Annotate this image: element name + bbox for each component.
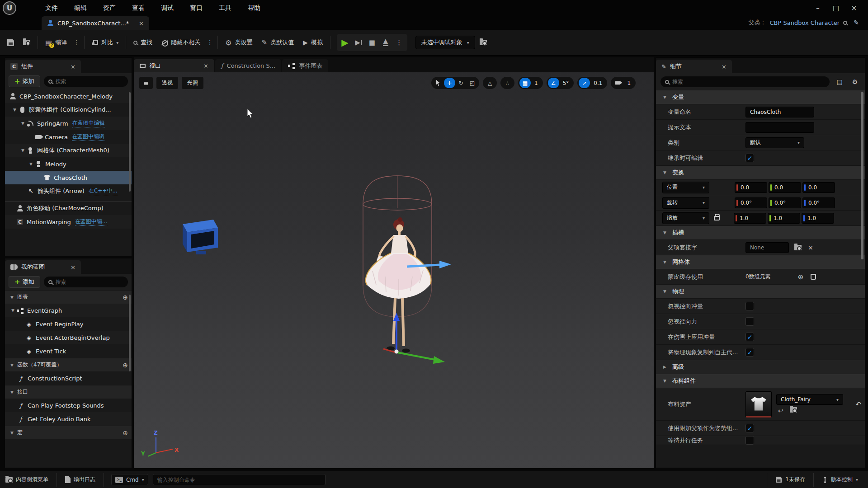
macros-section-header[interactable]: ▼ 宏 ⊕	[5, 426, 132, 439]
class-settings-button[interactable]: ⚙ 类设置	[221, 34, 257, 51]
components-search-input[interactable]	[56, 78, 123, 84]
menu-window[interactable]: 窗口	[183, 2, 210, 14]
details-search[interactable]	[660, 76, 830, 87]
debug-object-dropdown[interactable]: 未选中调试对象 ▾	[415, 36, 475, 49]
scale-y-field[interactable]: 1.0	[768, 213, 800, 224]
location-y-field[interactable]: 0.0	[769, 182, 801, 193]
instance-editable-checkbox[interactable]: ✓	[745, 154, 754, 162]
mesh-section-header[interactable]: ▼ 网格体	[656, 255, 865, 269]
stop-button[interactable]: ■	[366, 36, 378, 49]
components-search[interactable]	[44, 76, 128, 87]
menu-debug[interactable]: 调试	[154, 2, 181, 14]
checkbox[interactable]: ✓	[745, 317, 754, 326]
my-blueprint-scrollbar[interactable]	[129, 295, 131, 371]
rotation-z-field[interactable]: 0.0°	[802, 197, 835, 208]
event-tick-item[interactable]: ◈ Event Tick	[5, 344, 132, 358]
component-row-camera[interactable]: Camera 在蓝图中编辑	[5, 130, 132, 144]
cloth-asset-dropdown[interactable]: Cloth_Fairy ▾	[776, 394, 843, 405]
rotation-dropdown[interactable]: 旋转 ▾	[662, 197, 709, 209]
frame-skip-button[interactable]: ▶	[352, 36, 365, 49]
menu-help[interactable]: 帮助	[241, 2, 268, 14]
character-mesh[interactable]	[366, 217, 431, 353]
component-row-chaoscloth[interactable]: ChaosCloth	[5, 171, 132, 184]
location-dropdown[interactable]: 位置 ▾	[662, 182, 709, 193]
menu-asset[interactable]: 资产	[96, 2, 123, 14]
reset-to-default-icon[interactable]: ↶	[855, 400, 861, 408]
edit-parent-icon[interactable]: ✎	[851, 17, 862, 28]
play-options-icon[interactable]: ⋮	[393, 36, 406, 49]
components-scrollbar[interactable]	[129, 92, 131, 192]
details-tab[interactable]: ✎ 细节 ×	[656, 60, 732, 73]
event-beginplay-item[interactable]: ◈ Event BeginPlay	[5, 317, 132, 331]
checkbox[interactable]: ✓	[745, 424, 754, 432]
location-x-field[interactable]: 0.0	[735, 182, 767, 193]
viewport-3d-canvas[interactable]: ≡ 透视 光照 ✛ ↻ ◰ △ ∴ ▦	[134, 72, 654, 468]
unsaved-button[interactable]: 1未保存	[770, 471, 811, 488]
save-button[interactable]	[3, 34, 19, 51]
close-icon[interactable]: ×	[203, 62, 208, 69]
checkbox[interactable]: ✓	[745, 348, 754, 357]
output-log-button[interactable]: 输出日志	[60, 471, 101, 488]
physics-section-header[interactable]: ▼ 物理	[656, 285, 865, 299]
expand-arrow-icon[interactable]: ▼	[9, 308, 16, 313]
close-icon[interactable]: ×	[139, 20, 144, 27]
location-z-field[interactable]: 0.0	[802, 182, 835, 193]
interface-footstep-item[interactable]: ƒ Can Play Footstep Sounds	[5, 399, 132, 412]
component-row-charmove[interactable]: 角色移动 (CharMoveComp)	[5, 202, 132, 215]
add-macro-icon[interactable]: ⊕	[123, 429, 128, 436]
console-command-input[interactable]	[153, 474, 326, 485]
menu-edit[interactable]: 编辑	[67, 2, 94, 14]
parent-class-link[interactable]: CBP Sandbox Character	[770, 19, 840, 26]
expand-arrow-icon[interactable]: ▼	[19, 148, 26, 153]
edit-in-cpp-link[interactable]: 在C++中...	[89, 187, 118, 195]
add-component-button[interactable]: + 添加	[9, 75, 40, 87]
variable-name-field[interactable]: ChaosCloth	[745, 107, 814, 117]
my-blueprint-search[interactable]	[44, 277, 128, 287]
close-icon[interactable]: ×	[71, 264, 75, 271]
socket-clear-icon[interactable]: ×	[808, 244, 813, 251]
class-defaults-button[interactable]: ✎ 类默认值	[257, 34, 299, 51]
menu-file[interactable]: 文件	[38, 2, 65, 14]
variable-section-header[interactable]: ▼ 变量	[656, 90, 865, 104]
checkbox[interactable]: ✓	[745, 302, 754, 310]
tab-viewport[interactable]: 视口 ×	[134, 59, 214, 72]
play-button[interactable]: ▶	[339, 36, 351, 49]
eject-button[interactable]: ▲	[379, 36, 392, 49]
component-row-root[interactable]: CBP_SandboxCharacter_Melody	[5, 89, 132, 103]
cloth-section-header[interactable]: ▼ 布料组件	[656, 374, 865, 388]
browse-asset-button[interactable]	[19, 34, 35, 51]
details-search-input[interactable]	[672, 79, 825, 85]
expand-arrow-icon[interactable]: ▼	[11, 108, 18, 112]
browse-to-asset-icon[interactable]	[790, 407, 797, 413]
close-icon[interactable]: ×	[722, 63, 726, 70]
scale-x-field[interactable]: 1.0	[734, 213, 766, 224]
asset-tab[interactable]: CBP_SandboxCharact...* ×	[42, 16, 149, 30]
my-blueprint-search-input[interactable]	[56, 279, 123, 285]
content-drawer-button[interactable]: 内容侧滑菜单	[0, 471, 54, 488]
tooltip-field[interactable]	[745, 122, 814, 133]
details-scrollbar[interactable]	[861, 92, 863, 259]
expand-arrow-icon[interactable]: ▼	[19, 121, 26, 126]
eventgraph-item[interactable]: ▼ EventGraph	[5, 304, 132, 317]
checkbox[interactable]: ✓	[745, 436, 754, 445]
close-button[interactable]: ×	[848, 4, 860, 12]
rotation-x-field[interactable]: 0.0°	[735, 197, 767, 208]
trash-icon[interactable]	[811, 274, 816, 280]
graphs-section-header[interactable]: ▼ 图表 ⊕	[5, 290, 132, 304]
interface-foley-item[interactable]: ƒ Get Foley Audio Bank	[5, 412, 132, 426]
simulate-button[interactable]: ▶ 模拟	[298, 34, 327, 51]
debug-browse-button[interactable]	[475, 34, 491, 51]
category-dropdown[interactable]: 默认 ▾	[745, 137, 804, 148]
lock-icon[interactable]	[714, 216, 720, 221]
cloth-asset-thumbnail[interactable]	[745, 391, 772, 418]
socket-browse-icon[interactable]	[794, 245, 802, 250]
parent-socket-field[interactable]: None	[745, 242, 789, 253]
find-button[interactable]: 查找	[129, 34, 157, 51]
functions-section-header[interactable]: ▼ 函数（47可覆盖） ⊕	[5, 358, 132, 371]
hide-unrelated-options-icon[interactable]: ⋮	[205, 39, 215, 46]
display-filter-icon[interactable]: ▤	[834, 76, 845, 87]
search-icon[interactable]	[843, 21, 847, 25]
component-row-capsule[interactable]: ▼ 胶囊体组件 (CollisionCylind...	[5, 103, 132, 117]
maximize-button[interactable]: □	[830, 4, 842, 12]
components-tab[interactable]: C 组件 ×	[5, 60, 81, 73]
